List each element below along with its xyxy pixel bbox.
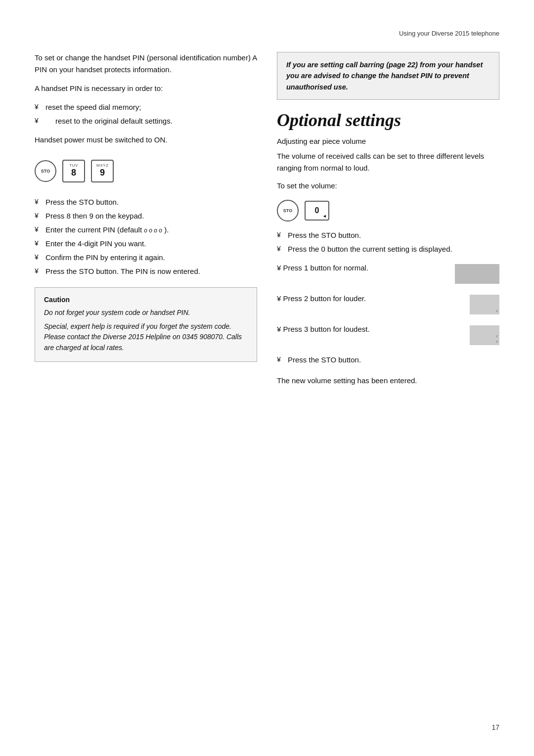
list-item: reset the speed dial memory; <box>35 101 257 113</box>
sto-label: STO <box>41 169 50 174</box>
list-item: Press the STO button. <box>35 196 257 208</box>
sto-2-label: STO <box>283 208 292 213</box>
right-para1: The volume of received calls can be set … <box>277 150 499 174</box>
volume-bar-2: c <box>455 293 499 314</box>
key-0-num: 0 <box>315 206 319 215</box>
list-item: Press the STO button. The PIN is now ent… <box>35 266 257 277</box>
callout-box: If you are setting call barring (page 22… <box>277 52 499 100</box>
volume-row-1: Press 1 button for normal. <box>277 262 499 284</box>
page-header: Using your Diverse 2015 telephone <box>35 30 499 37</box>
keypad-row-1: STO TUV 8 WXYZ 9 <box>35 160 257 182</box>
page: Using your Diverse 2015 telephone To set… <box>0 0 534 756</box>
volume-row-3: Press 3 button for loudest. c c <box>277 323 499 345</box>
left-para3: Handset power must be switched to ON. <box>35 134 257 146</box>
list-item: reset to the original default settings. <box>35 115 257 127</box>
caution-para2: Special, expert help is required if you … <box>44 321 248 354</box>
volume-indicator-2: c <box>470 295 499 314</box>
left-column: To set or change the handset PIN (person… <box>35 52 257 362</box>
volume-indicator-1 <box>455 264 499 284</box>
volume-levels: Press 1 button for normal. Press 2 butto… <box>277 262 499 345</box>
list-item: Press the 0 button the current setting i… <box>277 243 499 255</box>
right-column: If you are setting call barring (page 22… <box>277 52 499 393</box>
bullet-list-2: Press the STO button. Press 8 then 9 on … <box>35 196 257 277</box>
bullet-list-1: reset the speed dial memory; reset to th… <box>35 101 257 127</box>
section-title: Optional settings <box>277 111 499 131</box>
sto-button-icon: STO <box>35 160 56 182</box>
list-item: Confirm the PIN by entering it again. <box>35 252 257 264</box>
keypad-row-2: STO 0 ◄ <box>277 200 499 222</box>
volume-text-3: Press 3 button for loudest. <box>277 323 449 335</box>
key-8-sub: TUV <box>69 164 78 168</box>
key-9-button: WXYZ 9 <box>91 160 114 182</box>
volume-text-2: Press 2 button for louder. <box>277 293 449 305</box>
volume-dot-3b: c <box>496 339 498 344</box>
volume-bar-1 <box>455 262 499 284</box>
right-bullet-list-2: Press the STO button. <box>277 354 499 366</box>
right-bullet-list-1: Press the STO button. Press the 0 button… <box>277 229 499 255</box>
volume-dot-3a: c <box>496 334 498 338</box>
volume-row-2: Press 2 button for louder. c <box>277 293 499 314</box>
key-8-button: TUV 8 <box>62 160 85 182</box>
right-para-end: The new volume setting has been entered. <box>277 375 499 387</box>
key-9-num: 9 <box>100 168 105 178</box>
left-para1: To set or change the handset PIN (person… <box>35 52 257 76</box>
key-0-icon: ◄ <box>322 214 327 219</box>
volume-indicator-3: c c <box>470 325 499 345</box>
list-item: Enter the current PIN (default o o o o )… <box>35 224 257 236</box>
header-text: Using your Diverse 2015 telephone <box>399 30 499 37</box>
list-item: Enter the 4-digit PIN you want. <box>35 238 257 250</box>
key-9-sub: WXYZ <box>96 164 108 168</box>
list-item: Press the STO button. <box>277 354 499 366</box>
caution-para1: Do not forget your system code or handse… <box>44 308 248 318</box>
volume-text-1: Press 1 button for normal. <box>277 262 449 274</box>
right-para2: To set the volume: <box>277 180 499 192</box>
list-item: Press 8 then 9 on the keypad. <box>35 210 257 222</box>
callout-text: If you are setting call barring (page 22… <box>286 61 483 91</box>
content-area: To set or change the handset PIN (person… <box>35 52 499 393</box>
caution-title: Caution <box>44 296 248 304</box>
key-8-num: 8 <box>71 168 76 178</box>
key-0-button: 0 ◄ <box>305 201 329 221</box>
sto-button-2-icon: STO <box>277 200 299 222</box>
left-para2: A handset PIN is necessary in order to: <box>35 83 257 94</box>
right-subtitle: Adjusting ear piece volume <box>277 135 499 147</box>
caution-box: Caution Do not forget your system code o… <box>35 287 257 362</box>
page-number: 17 <box>491 723 499 731</box>
volume-bar-3: c c <box>455 323 499 345</box>
list-item: Press the STO button. <box>277 229 499 241</box>
volume-dot-2: c <box>496 309 498 313</box>
